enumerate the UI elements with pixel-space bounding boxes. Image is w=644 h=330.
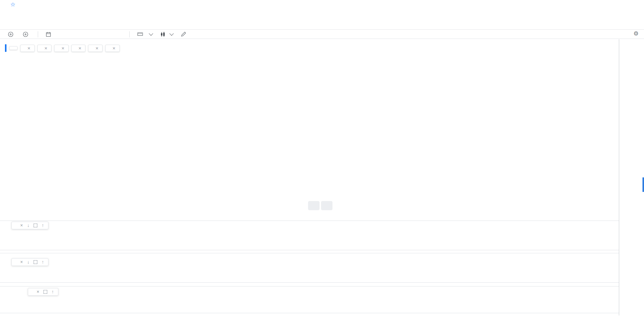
- chevron-down-icon: [169, 31, 173, 35]
- scrollbar-thumb[interactable]: [642, 177, 644, 192]
- indicators-button[interactable]: [5, 32, 18, 37]
- interval-dropdown[interactable]: [134, 32, 156, 37]
- price-axis-line: [619, 39, 619, 316]
- indicator-chip-ma420[interactable]: ×: [54, 45, 69, 52]
- move-up-icon[interactable]: ↑: [42, 224, 44, 227]
- move-down-icon[interactable]: ↓: [27, 260, 29, 264]
- comparison-button[interactable]: [20, 32, 33, 37]
- candle-icon: [160, 32, 165, 37]
- move-up-icon[interactable]: ↑: [51, 290, 54, 294]
- plus-circle-icon: [23, 32, 28, 37]
- chart-toolbar: ⚙: [0, 29, 644, 39]
- close-icon[interactable]: ×: [27, 47, 31, 50]
- close-icon[interactable]: ×: [95, 47, 98, 50]
- yahoo-finance-chart-page: ☆: [0, 0, 644, 330]
- rsi-label-chip[interactable]: × ↓ ↑: [11, 258, 48, 266]
- indicator-chip-ma50[interactable]: ×: [105, 45, 120, 52]
- indicator-chip-ma200[interactable]: ×: [88, 45, 103, 52]
- close-icon[interactable]: ×: [20, 260, 23, 264]
- legend-chip-row: × × × × × ×: [5, 44, 120, 52]
- move-down-icon[interactable]: ↓: [27, 224, 29, 227]
- zoom-out-button[interactable]: [308, 201, 320, 210]
- rsi-chart[interactable]: [0, 253, 619, 282]
- close-icon[interactable]: ×: [20, 224, 23, 227]
- expand-icon[interactable]: [34, 224, 37, 227]
- toolbar-divider: [38, 31, 38, 37]
- indicator-chip-ma600[interactable]: ×: [71, 45, 86, 52]
- x-axis: [0, 313, 644, 330]
- calendar-icon: [46, 32, 51, 37]
- date-range-button[interactable]: [43, 32, 56, 37]
- symbol-chip[interactable]: [9, 46, 18, 50]
- toolbar-divider: [129, 31, 130, 37]
- close-icon[interactable]: ×: [112, 47, 116, 50]
- close-icon[interactable]: ×: [79, 47, 82, 50]
- indicator-chip-ma100[interactable]: ×: [37, 45, 52, 52]
- main-price-chart[interactable]: [0, 39, 619, 217]
- expand-icon[interactable]: [43, 290, 47, 294]
- chart-type-dropdown[interactable]: [157, 32, 176, 37]
- momentum-label-chip[interactable]: × ↑: [28, 288, 58, 296]
- macd-chart[interactable]: [0, 221, 619, 250]
- star-favorite-icon[interactable]: ☆: [10, 1, 15, 8]
- move-up-icon[interactable]: ↑: [42, 260, 44, 264]
- chevron-down-icon: [149, 31, 153, 35]
- close-icon[interactable]: ×: [61, 47, 64, 50]
- settings-gear-icon[interactable]: ⚙: [631, 30, 641, 37]
- zoom-controls: [308, 201, 332, 210]
- header: ☆: [5, 1, 15, 11]
- close-icon[interactable]: ×: [45, 47, 48, 50]
- pencil-icon: [181, 32, 186, 37]
- close-icon[interactable]: ×: [37, 290, 39, 294]
- series-color-bar: [5, 44, 6, 52]
- zoom-in-button[interactable]: [321, 201, 332, 210]
- momentum-chart[interactable]: [0, 286, 619, 313]
- plus-circle-icon: [8, 32, 13, 37]
- macd-label-chip[interactable]: × ↓ ↑: [11, 222, 48, 229]
- expand-icon[interactable]: [34, 260, 37, 264]
- draw-button[interactable]: [178, 32, 191, 37]
- interval-icon: [137, 32, 143, 37]
- indicator-chip-bollinger[interactable]: ×: [20, 45, 35, 52]
